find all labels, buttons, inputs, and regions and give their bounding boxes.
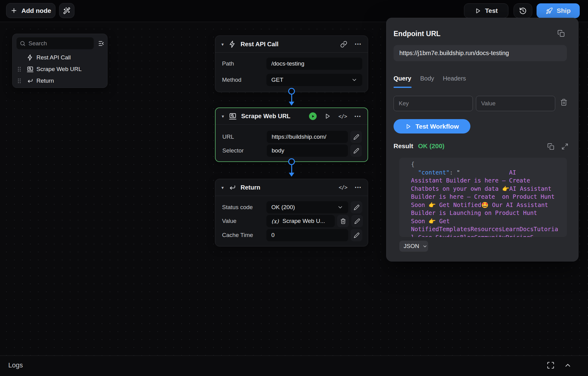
copy-endpoint-button[interactable] [557,30,565,37]
version-history-button[interactable] [514,3,532,18]
path-input[interactable]: /docs-testing [266,58,362,70]
query-value-input[interactable] [476,96,555,111]
palette-item-label: Return [36,77,54,84]
field-label: URL [222,133,267,140]
copy-result-button[interactable] [547,143,554,150]
node-body: Path /docs-testing Method GET [215,53,368,92]
ellipsis-icon: ••• [355,185,362,190]
expand-result-button[interactable] [561,143,568,150]
output-port[interactable] [288,158,295,165]
node-scrape-web-url[interactable]: ▾ Scrape Web URL </> ••• [215,107,368,162]
field-label: Status code [222,204,266,211]
selector-input[interactable]: body [267,145,348,157]
code-icon: </> [338,113,347,119]
play-icon [475,8,481,14]
node-body: URL https://buildship.com/ Selector body [216,125,368,161]
scrape-web-icon [229,112,237,120]
field-value: Value (x) Scrape Web U... [222,215,362,227]
collapse-node-icon[interactable]: ▾ [221,185,224,190]
status-code-select[interactable]: OK (200) [266,201,348,213]
palette-search [17,37,94,49]
edit-value-button[interactable] [351,215,363,227]
node-menu-button[interactable]: ••• [355,114,361,119]
run-success-badge[interactable] [309,112,317,120]
ship-button[interactable]: Ship [537,3,580,18]
logs-label: Logs [8,361,23,369]
node-title: Rest API Call [241,41,279,48]
cache-time-input[interactable]: 0 [266,229,348,241]
pencil-icon [354,232,360,238]
chevron-down-icon [337,204,343,210]
field-status-code: Status code OK (200) [222,201,362,213]
result-status-badge: OK (200) [418,142,444,150]
node-return[interactable]: ▾ Return </> ••• Status code OK (200) [215,179,368,246]
view-code-button[interactable]: </> [339,184,347,190]
palette-item-return[interactable]: Return [13,75,108,87]
query-key-input[interactable] [394,96,473,111]
test-button[interactable]: Test [464,3,508,18]
url-input[interactable]: https://buildship.com/ [267,131,348,143]
logs-bar[interactable]: Logs [0,355,588,376]
inspector-panel: Endpoint URL https://j1bm7e.buildship.ru… [386,18,579,261]
expand-logs-button[interactable] [564,361,572,369]
palette-item-rest-api-call[interactable]: Rest API Call [13,52,108,63]
palette-item-label: Rest API Call [36,54,71,61]
method-select[interactable]: GET [266,74,362,86]
output-port[interactable] [288,88,295,95]
ellipsis-icon: ••• [355,114,361,119]
pencil-icon [353,148,359,154]
collapse-node-icon[interactable]: ▾ [221,42,224,47]
edit-cache-button[interactable] [351,229,362,241]
logs-fullscreen-button[interactable] [547,361,555,369]
edit-url-button[interactable] [350,131,362,143]
endpoint-url-heading: Endpoint URL [394,30,440,38]
field-label: Selector [222,147,267,154]
delete-value-button[interactable] [337,215,349,227]
palette-search-input[interactable] [28,40,91,47]
node-header: ▾ Scrape Web URL </> ••• [216,108,368,125]
edit-status-button[interactable] [351,201,362,213]
history-icon [519,7,527,15]
palette-item-scrape-web-url[interactable]: Scrape Web URL [13,63,108,75]
chevron-up-icon [564,361,572,369]
result-format-select[interactable]: JSON [399,241,428,252]
lightning-icon [27,54,33,61]
field-path: Path /docs-testing [222,58,362,70]
node-menu-button[interactable]: ••• [355,185,362,190]
test-workflow-button[interactable]: Test Workflow [394,119,470,133]
node-title: Return [241,184,260,191]
tab-body[interactable]: Body [420,75,434,82]
tab-headers[interactable]: Headers [443,75,466,82]
node-menu-button[interactable]: ••• [355,42,362,47]
ai-wand-button[interactable] [59,3,74,18]
play-icon [311,115,315,118]
search-icon [20,40,26,47]
delete-query-row-button[interactable] [560,99,567,106]
node-rest-api-call[interactable]: ▾ Rest API Call ••• Path /docs-testing [215,36,368,92]
add-node-button[interactable]: Add node [6,3,55,18]
edit-selector-button[interactable] [350,145,362,157]
node-body: Status code OK (200) Value [215,196,368,246]
link-icon [340,41,347,48]
copy-icon [547,143,554,150]
drag-handle-icon[interactable] [17,66,22,73]
field-url: URL https://buildship.com/ [222,131,362,143]
field-method: Method GET [222,74,362,86]
run-node-button[interactable] [324,113,331,119]
drag-handle-icon[interactable] [17,77,22,84]
rocket-icon [546,7,553,14]
link-node-button[interactable] [340,41,347,48]
view-code-button[interactable]: </> [338,113,347,119]
pencil-icon [353,134,359,140]
pencil-icon [354,205,360,210]
tab-query[interactable]: Query [394,75,411,82]
endpoint-url-field[interactable]: https://j1bm7e.buildship.run/docs-testin… [394,45,567,61]
result-json-viewer[interactable]: { "content": " AIAssistant Builder is he… [399,158,567,237]
value-variable-chip[interactable]: (x) Scrape Web U... [266,215,335,227]
arrow-down-icon [289,102,294,106]
trash-icon [340,218,346,224]
collapse-palette-button[interactable] [97,39,106,48]
arrow-down-icon [289,173,294,177]
buildship-workflow-editor: Add node Test Ship [0,0,588,376]
collapse-node-icon[interactable]: ▾ [222,114,224,118]
